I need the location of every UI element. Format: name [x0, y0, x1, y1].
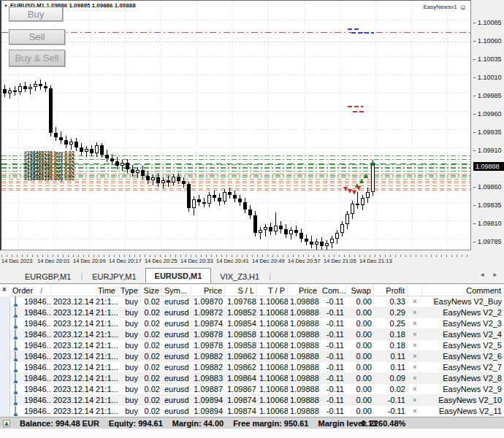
stop-loss: 1.09864	[225, 373, 257, 383]
order-id: 19846...	[22, 373, 51, 383]
panel-scrollbar[interactable]	[0, 296, 10, 417]
order-row[interactable]: 19846...2023.12.14 21:1...buy0.02eurusd1…	[10, 296, 504, 307]
candle	[115, 161, 119, 166]
price-tick	[473, 205, 476, 206]
order-row[interactable]: 19846...2023.12.14 21:1...buy0.02eurusd1…	[10, 384, 504, 395]
open-price: 1.09870	[191, 296, 225, 307]
stop-loss-line[interactable]	[1, 182, 470, 183]
order-row[interactable]: 19846...2023.12.14 21:1...buy0.02eurusd1…	[10, 406, 504, 417]
order-icon	[15, 406, 16, 416]
candle	[340, 224, 344, 233]
tab-eurjpy-m1[interactable]: EURJPY,M1	[83, 269, 145, 283]
col-tp[interactable]: T / P	[257, 285, 288, 296]
order-row[interactable]: 19846...2023.12.14 21:1...buy0.02eurusd1…	[10, 395, 504, 406]
time-axis[interactable]: 14 Dec 202314 Dec 20:0114 Dec 20:0914 De…	[1, 255, 471, 267]
order-comment: EasyNews V2_3	[422, 318, 504, 328]
close-order-icon[interactable]: ×	[413, 320, 416, 327]
col-type[interactable]: Type	[118, 285, 140, 296]
grid-line-v	[447, 1, 448, 250]
col-order[interactable]: Order/	[10, 285, 51, 296]
sell-button[interactable]: Sell	[9, 29, 65, 45]
close-order-icon[interactable]: ×	[413, 353, 416, 360]
order-row[interactable]: 19846...2023.12.14 21:1...buy0.02eurusd1…	[10, 351, 504, 362]
order-row[interactable]: 19846...2023.12.14 21:1...buy0.02eurusd1…	[10, 373, 504, 384]
profit: 0.11	[374, 362, 408, 372]
order-id: 19846...	[22, 318, 51, 328]
take-profit-line[interactable]	[1, 32, 470, 33]
chart-context-arrow-icon[interactable]: ▼	[4, 4, 8, 8]
order-row[interactable]: 19846...2023.12.14 21:1...buy0.02eurusd1…	[10, 362, 504, 373]
close-order-icon[interactable]: ×	[413, 374, 416, 382]
col-profit[interactable]: Profit	[374, 285, 408, 296]
close-order-cell: ×	[408, 373, 422, 383]
price-tick	[473, 114, 476, 115]
grid-line-h	[1, 56, 470, 57]
close-order-icon[interactable]: ×	[413, 309, 416, 316]
swap: 0.00	[346, 373, 374, 383]
candle	[141, 170, 145, 176]
col-symbol[interactable]: Sym...	[162, 285, 191, 296]
total-profit: 0.13	[345, 419, 377, 428]
grid-line-v	[232, 1, 233, 250]
order-icon-cell	[10, 395, 22, 405]
close-order-icon[interactable]: ×	[413, 407, 416, 415]
tab-scroll-left-icon[interactable]: ◄	[479, 272, 485, 278]
col-size[interactable]: Size	[140, 285, 162, 296]
candle	[371, 163, 375, 192]
close-order-icon[interactable]: ×	[413, 396, 416, 404]
buy-and-sell-button[interactable]: Buy & Sell	[9, 50, 65, 66]
orders-table-header: Order/ Time Type Size Sym... Price S / L…	[10, 285, 504, 296]
col-comment[interactable]: Comment	[422, 285, 504, 296]
close-order-icon[interactable]: ×	[413, 298, 416, 305]
close-order-icon[interactable]: ×	[413, 342, 416, 349]
order-comment: EasyNews V2_4	[422, 329, 504, 339]
order-icon-cell	[10, 384, 22, 394]
candle	[90, 149, 93, 153]
candle-wick	[357, 192, 358, 209]
stop-loss: 1.09858	[225, 329, 257, 339]
col-price-current[interactable]: Price	[288, 285, 320, 296]
order-row[interactable]: 19846...2023.12.14 21:1...buy0.02eurusd1…	[10, 329, 504, 340]
order-comment: EasyNews V2_2	[422, 307, 504, 318]
open-price: 1.09894	[191, 406, 225, 416]
current-price: 1.09888	[288, 351, 320, 361]
order-row[interactable]: 19846...2023.12.14 21:1...buy0.02eurusd1…	[10, 307, 504, 318]
stop-loss-line[interactable]	[1, 188, 470, 189]
current-price: 1.09888	[288, 384, 320, 394]
profit: -0.11	[374, 406, 408, 416]
candle-wick	[260, 227, 261, 239]
col-sl[interactable]: S / L	[225, 285, 257, 296]
close-order-icon[interactable]: ×	[413, 385, 416, 393]
stop-loss: 1.09874	[225, 395, 257, 405]
close-panel-button[interactable]: ×	[2, 285, 7, 293]
stop-loss: 1.09862	[225, 362, 257, 372]
col-time[interactable]: Time	[51, 285, 118, 296]
position-label: #198469239 buy 0.02	[24, 176, 75, 181]
stop-loss-line[interactable]	[1, 185, 470, 186]
tab-eurgbp-m1[interactable]: EURGBP,M1	[16, 269, 80, 283]
buy-button[interactable]: Buy	[9, 7, 63, 21]
candle	[320, 242, 324, 246]
price-axis[interactable]: 1.100851.100601.100351.100101.099851.099…	[473, 4, 504, 254]
swap: 0.00	[346, 307, 374, 318]
chart-plot[interactable]: ▼ EURUSD,M1 1.09886 1.09895 1.09886 1.09…	[0, 0, 471, 250]
close-order-icon[interactable]: ×	[413, 331, 416, 338]
candle	[80, 147, 83, 152]
col-price[interactable]: Price	[191, 285, 225, 296]
tab-scroll-right-icon[interactable]: ►	[492, 272, 498, 278]
order-icon-cell	[10, 329, 22, 339]
price-tick	[473, 23, 476, 23]
tab-vix-z3-h1[interactable]: VIX_Z3,H1	[211, 269, 268, 283]
order-row[interactable]: 19846...2023.12.14 21:1...buy0.02eurusd1…	[10, 318, 504, 329]
order-row[interactable]: 19846...2023.12.14 21:1...buy0.02eurusd1…	[10, 340, 504, 351]
col-swap[interactable]: Swap	[346, 285, 374, 296]
take-profit: 1.10068	[257, 395, 288, 405]
tab-eurusd-m1[interactable]: EURUSD,M1	[145, 268, 212, 283]
close-order-icon[interactable]: ×	[413, 364, 416, 371]
swap: 0.00	[346, 395, 374, 405]
open-price: 1.09887	[191, 384, 225, 394]
current-price: 1.09888	[288, 373, 320, 383]
col-commission[interactable]: Com...	[320, 285, 346, 296]
stop-loss-line[interactable]	[1, 190, 470, 191]
stop-loss-line[interactable]	[1, 181, 470, 182]
